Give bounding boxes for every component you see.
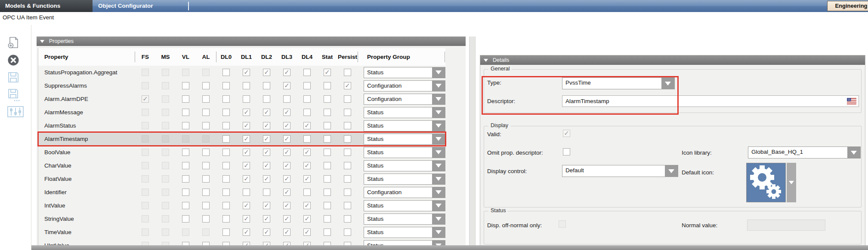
checkbox-dl4[interactable]	[303, 175, 311, 183]
checkbox-vl[interactable]	[182, 175, 189, 183]
checkbox-dl1[interactable]	[243, 229, 250, 236]
checkbox-vl[interactable]	[182, 202, 189, 209]
descriptor-input[interactable]: AlarmTimestamp	[562, 95, 859, 107]
checkbox-dl1[interactable]	[243, 122, 250, 129]
checkbox-dl2[interactable]	[263, 229, 270, 236]
dropdown-arrow-button[interactable]	[432, 147, 445, 158]
checkbox-dl4[interactable]	[303, 189, 311, 196]
dropdown-arrow-button[interactable]	[847, 147, 860, 158]
omit-descriptor-checkbox[interactable]	[563, 148, 570, 155]
icon-library-dropdown[interactable]: Global_Base_HQ_1	[748, 146, 861, 159]
property-group-dropdown[interactable]: Status	[364, 213, 445, 225]
checkbox-dl0[interactable]	[222, 189, 230, 196]
dropdown-arrow-button[interactable]	[665, 165, 678, 177]
property-group-dropdown[interactable]: Status	[364, 67, 445, 78]
checkbox-dl0[interactable]	[222, 215, 230, 223]
checkbox-dl4[interactable]	[303, 162, 311, 169]
checkbox-stat[interactable]	[324, 215, 331, 223]
checkbox-dl3[interactable]	[283, 69, 290, 76]
display-control-dropdown[interactable]: Default	[562, 165, 678, 177]
checkbox-dl1[interactable]	[243, 69, 250, 76]
default-icon-button[interactable]	[746, 163, 786, 202]
property-group-dropdown[interactable]: Configuration	[364, 187, 445, 198]
table-row[interactable]: AlarmTimestamp Status	[38, 132, 445, 146]
checkbox-dl1[interactable]	[243, 202, 250, 209]
checkbox-vl[interactable]	[182, 149, 189, 156]
table-row[interactable]: SuppressAlarms Configuration	[38, 79, 445, 92]
checkbox-al[interactable]	[202, 109, 210, 116]
checkbox-persist[interactable]	[344, 149, 351, 156]
checkbox-dl2[interactable]	[263, 95, 270, 103]
checkbox-dl0[interactable]	[222, 69, 230, 76]
checkbox-dl4[interactable]	[303, 82, 311, 89]
checkbox-dl2[interactable]	[263, 69, 270, 76]
checkbox-stat[interactable]	[324, 189, 331, 196]
engineering-button[interactable]: Engineering	[827, 1, 868, 11]
table-row[interactable]: AlarmMessage Status	[38, 106, 445, 119]
checkbox-stat[interactable]	[324, 69, 331, 76]
checkbox-dl3[interactable]	[283, 215, 290, 223]
property-group-dropdown[interactable]: Status	[364, 147, 445, 158]
checkbox-dl1[interactable]	[243, 95, 250, 103]
checkbox-dl4[interactable]	[303, 215, 311, 223]
dropdown-arrow-button[interactable]	[432, 94, 445, 104]
checkbox-stat[interactable]	[324, 202, 331, 209]
checkbox-al[interactable]	[202, 175, 210, 183]
checkbox-dl2[interactable]	[263, 122, 270, 129]
table-row[interactable]: StatusPropagation.Aggregat Status	[38, 66, 445, 79]
checkbox-dl4[interactable]	[303, 149, 311, 156]
checkbox-persist[interactable]	[344, 202, 351, 209]
property-group-dropdown[interactable]: Status	[364, 134, 445, 145]
property-group-dropdown[interactable]: Status	[364, 200, 445, 211]
checkbox-persist[interactable]	[344, 109, 351, 116]
checkbox-dl2[interactable]	[263, 175, 270, 183]
checkbox-al[interactable]	[202, 202, 210, 209]
checkbox-vl[interactable]	[182, 109, 189, 116]
checkbox-dl0[interactable]	[222, 202, 230, 209]
table-row[interactable]: FloatValue Status	[38, 172, 445, 186]
dropdown-arrow-button[interactable]	[432, 161, 445, 171]
property-group-dropdown[interactable]: Status	[364, 174, 445, 185]
checkbox-stat[interactable]	[324, 175, 331, 183]
table-row[interactable]: BoolValue Status	[38, 146, 445, 159]
checkbox-dl3[interactable]	[283, 135, 290, 143]
checkbox-dl4[interactable]	[303, 135, 311, 143]
checkbox-stat[interactable]	[324, 149, 331, 156]
checkbox-dl2[interactable]	[263, 135, 270, 143]
type-dropdown[interactable]: PvssTime	[562, 77, 675, 89]
checkbox-dl1[interactable]	[243, 215, 250, 223]
table-row[interactable]: CharValue Status	[38, 159, 445, 172]
checkbox-al[interactable]	[202, 82, 210, 89]
checkbox-al[interactable]	[202, 95, 210, 103]
checkbox-dl4[interactable]	[303, 122, 311, 129]
checkbox-dl0[interactable]	[222, 149, 230, 156]
table-row[interactable]: StringValue Status	[38, 212, 445, 226]
collapse-triangle-icon[interactable]	[484, 59, 488, 62]
checkbox-persist[interactable]	[344, 215, 351, 223]
checkbox-dl2[interactable]	[263, 82, 270, 89]
dropdown-arrow-button[interactable]	[432, 174, 445, 184]
checkbox-dl2[interactable]	[263, 215, 270, 223]
property-group-dropdown[interactable]: Configuration	[364, 80, 445, 91]
property-group-dropdown[interactable]: Status	[364, 227, 445, 238]
checkbox-dl0[interactable]	[222, 229, 230, 236]
checkbox-persist[interactable]	[344, 189, 351, 196]
checkbox-dl2[interactable]	[263, 149, 270, 156]
checkbox-dl3[interactable]	[283, 202, 290, 209]
checkbox-dl3[interactable]	[283, 229, 290, 236]
checkbox-dl3[interactable]	[283, 122, 290, 129]
checkbox-persist[interactable]	[344, 95, 351, 103]
checkbox-stat[interactable]	[324, 162, 331, 169]
checkbox-stat[interactable]	[324, 95, 331, 103]
checkbox-dl3[interactable]	[283, 109, 290, 116]
checkbox-dl0[interactable]	[222, 122, 230, 129]
checkbox-dl2[interactable]	[263, 202, 270, 209]
horizontal-scrollbar[interactable]	[31, 245, 868, 250]
checkbox-dl1[interactable]	[243, 149, 250, 156]
checkbox-al[interactable]	[202, 162, 210, 169]
dropdown-arrow-button[interactable]	[432, 214, 445, 224]
checkbox-persist[interactable]	[344, 82, 351, 89]
checkbox-stat[interactable]	[324, 135, 331, 143]
checkbox-vl[interactable]	[182, 189, 189, 196]
checkbox-dl3[interactable]	[283, 149, 290, 156]
